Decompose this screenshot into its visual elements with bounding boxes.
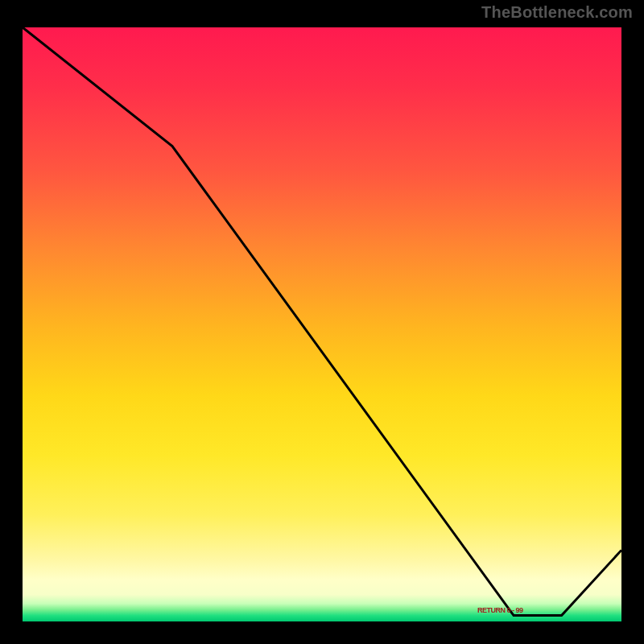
valley-label: RETURN 0 - 99 (477, 606, 523, 614)
plot-area: RETURN 0 - 99 (19, 24, 625, 625)
bottleneck-line (23, 27, 621, 621)
chart-frame: TheBottleneck.com RETURN 0 - 99 (0, 0, 644, 644)
attribution-label: TheBottleneck.com (481, 3, 633, 22)
bottleneck-line-path (23, 27, 621, 616)
